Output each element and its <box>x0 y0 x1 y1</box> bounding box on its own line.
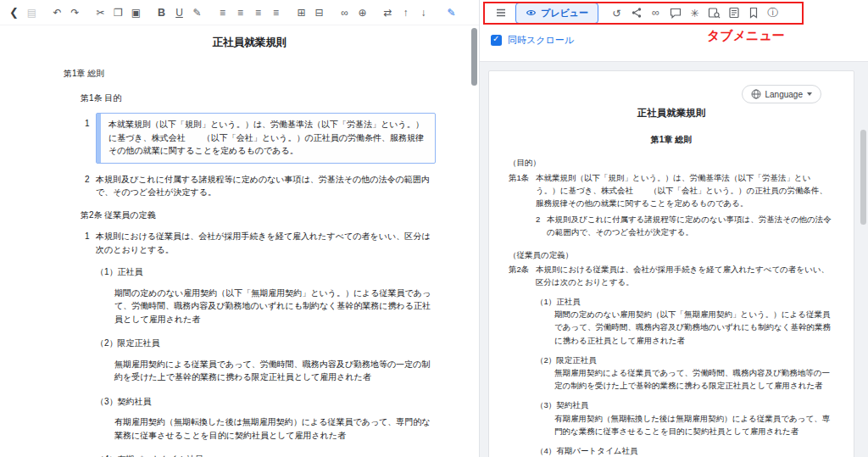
definition-item[interactable]: （1）正社員 期間の定めのない雇用契約（以下「無期雇用契約」という。）による従業… <box>64 265 436 326</box>
item-body: 有期雇用契約（無期転換した後は無期雇用契約）による従業員であって、専門的な業務に… <box>114 415 436 442</box>
history-icon[interactable]: ↺ <box>607 2 626 24</box>
align-center-icon[interactable]: ≡ <box>231 2 249 24</box>
table-icon[interactable]: ⊞ <box>292 2 310 24</box>
move-up-icon[interactable]: ↑ <box>397 2 415 24</box>
save-icon[interactable]: ▤ <box>23 2 41 24</box>
document-title: 正社員就業規則 <box>64 35 436 51</box>
align-right-icon[interactable]: ≡ <box>249 2 267 24</box>
sync-scroll-row: 同時スクロール <box>480 25 868 54</box>
sync-scroll-checkbox[interactable] <box>491 35 502 46</box>
form-icon[interactable] <box>724 2 743 24</box>
underline-icon[interactable]: U <box>170 2 188 24</box>
preview-area: Language 正社員就業規則 第1章 総則 （目的） 第1条 本就業規則（以… <box>480 61 868 457</box>
back-icon[interactable]: ❮ <box>5 2 23 24</box>
edit-pen-icon[interactable]: ✎ <box>442 2 460 24</box>
paragraph-text: 本規則及びこれに付属する諸規程等に定めのない事項は、労基法その他の法令の範囲内で… <box>547 213 834 238</box>
item-label: （2）限定正社員 <box>96 337 436 350</box>
link-icon[interactable]: ∞ <box>646 2 665 24</box>
preview-button[interactable]: プレビュー <box>515 3 598 24</box>
preview-definition-item: （2）限定正社員 無期雇用契約による従業員であって、労働時間、職務内容及び勤務地… <box>536 354 834 393</box>
item-body: 期間の定めのない雇用契約（以下「無期雇用契約」という。）による従業員であって、労… <box>554 308 834 347</box>
paragraph[interactable]: 2 本規則及びこれに付属する諸規程等に定めのない事項は、労基法その他の法令の範囲… <box>85 173 436 199</box>
paragraph-number: 1 <box>85 230 96 256</box>
globe-icon <box>751 89 761 99</box>
asterisk-icon[interactable]: ✳ <box>685 2 704 24</box>
purpose-heading: （目的） <box>509 156 834 169</box>
item-body: 期間の定めのない雇用契約（以下「無期雇用契約」という。）による従業員であって、労… <box>114 287 436 326</box>
redo-icon[interactable]: ↷ <box>66 2 84 24</box>
bookmark-icon[interactable] <box>743 2 763 24</box>
chapter-heading: 第1章 総則 <box>64 67 436 81</box>
scrollbar-thumb[interactable] <box>860 130 866 225</box>
article-label: 第2条 <box>509 263 536 288</box>
language-button-label: Language <box>765 90 804 99</box>
info-icon[interactable]: ⓘ <box>763 2 782 24</box>
sync-scroll-label: 同時スクロール <box>508 34 574 47</box>
copy-icon[interactable]: ❐ <box>109 2 127 24</box>
preview-chapter: 第1章 総則 <box>509 133 834 147</box>
item-label: （4）有期パートタイム社員 <box>96 453 436 457</box>
article2-heading: 第2条 従業員の定義 <box>81 209 436 222</box>
document-search-icon[interactable] <box>704 2 724 24</box>
selection-box: 本就業規則（以下「規則」という。）は、労働基準法（以下「労基法」という。）に基づ… <box>96 113 436 164</box>
insert-field-icon[interactable]: ⊕ <box>353 2 371 24</box>
editor-pane: ❮ ▤ ↶ ↷ ✂ ❐ ▣ B U ✎ ≡ ≡ ≡ ≡ ⊞ ⊟ ∞ ⊕ ⇄ ↑ … <box>0 0 480 457</box>
preview-title: 正社員就業規則 <box>509 105 834 120</box>
highlighter-icon[interactable]: ✎ <box>188 2 206 24</box>
cut-icon[interactable]: ✂ <box>92 2 109 24</box>
definition-item[interactable]: （4）有期パートタイム社員 有期雇用契約による従業員であって、通常の正社員に比べ… <box>64 453 436 457</box>
item-label: （3）契約社員 <box>536 398 834 411</box>
item-body: 無期雇用契約による従業員であって、労働時間、職務内容及び勤務地等の一定の制約を受… <box>114 358 436 384</box>
article1-heading: 第1条 目的 <box>81 92 436 105</box>
editor-document[interactable]: 正社員就業規則 第1章 総則 第1条 目的 1 本就業規則（以下「規則」という。… <box>0 26 470 457</box>
table-settings-icon[interactable]: ⊟ <box>310 2 328 24</box>
article-label: 第1条 <box>509 171 536 210</box>
bold-icon[interactable]: B <box>153 2 170 24</box>
editor-toolbar: ❮ ▤ ↶ ↷ ✂ ❐ ▣ B U ✎ ≡ ≡ ≡ ≡ ⊞ ⊟ ∞ ⊕ ⇄ ↑ … <box>0 0 479 25</box>
paragraph-number: 2 <box>85 173 96 199</box>
align-left-icon[interactable]: ≡ <box>214 2 231 24</box>
language-button[interactable]: Language <box>742 85 822 103</box>
preview-pane: タブメニュー プレビュー ↺ ∞ ✳ <box>480 0 868 457</box>
menu-icon[interactable] <box>491 2 510 24</box>
preview-document: Language 正社員就業規則 第1章 総則 （目的） 第1条 本就業規則（以… <box>488 70 854 457</box>
item-label: （4）有期パートタイム社員 <box>536 444 834 457</box>
paragraph-text: 本規則における従業員は、会社が採用手続きを経て雇入れたすべての者をいい、区分は次… <box>536 263 834 288</box>
paragraph[interactable]: 1 本規則における従業員は、会社が採用手続きを経て雇入れたすべての者をいい、区分… <box>85 230 436 256</box>
justify-icon[interactable]: ≡ <box>267 2 285 24</box>
link-icon[interactable]: ∞ <box>336 2 353 24</box>
undo-icon[interactable]: ↶ <box>48 2 66 24</box>
paste-icon[interactable]: ▣ <box>127 2 145 24</box>
selected-paragraph[interactable]: 1 本就業規則（以下「規則」という。）は、労働基準法（以下「労基法」という。）に… <box>85 113 436 164</box>
preview-toolbar: プレビュー ↺ ∞ ✳ ⓘ <box>480 0 868 25</box>
preview-scrollbar[interactable] <box>860 126 867 457</box>
definition-item[interactable]: （3）契約社員 有期雇用契約（無期転換した後は無期雇用契約）による従業員であって… <box>64 395 436 443</box>
preview-definition-item: （3）契約社員 有期雇用契約（無期転換した後は無期雇用契約）による従業員であって… <box>536 398 834 437</box>
item-label: （1）正社員 <box>536 295 834 308</box>
preview-paragraph: 2 本規則及びこれに付属する諸規程等に定めのない事項は、労基法その他の法令の範囲… <box>536 213 834 238</box>
definition-heading: （従業員の定義） <box>509 248 834 261</box>
comment-icon[interactable] <box>665 2 685 24</box>
paragraph-number: 1 <box>85 113 96 164</box>
swap-icon[interactable]: ⇄ <box>379 2 397 24</box>
app-window: ❮ ▤ ↶ ↷ ✂ ❐ ▣ B U ✎ ≡ ≡ ≡ ≡ ⊞ ⊟ ∞ ⊕ ⇄ ↑ … <box>0 0 868 457</box>
scrollbar-thumb[interactable] <box>471 28 477 86</box>
item-label: （2）限定正社員 <box>536 354 834 366</box>
editor-scrollbar[interactable] <box>470 26 479 457</box>
item-label: （1）正社員 <box>96 265 436 279</box>
preview-eye-icon <box>526 8 537 18</box>
item-body: 無期雇用契約による従業員であって、労働時間、職務内容及び勤務地等の一定の制約を受… <box>554 366 834 392</box>
paragraph-text: 本規則及びこれに付属する諸規程等に定めのない事項は、労基法その他の法令の範囲内で… <box>96 173 436 199</box>
move-down-icon[interactable]: ↓ <box>415 2 432 24</box>
preview-definition-item: （1）正社員 期間の定めのない雇用契約（以下「無期雇用契約」という。）による従業… <box>536 295 834 347</box>
preview-paragraph: 第2条 本規則における従業員は、会社が採用手続きを経て雇入れたすべての者をいい、… <box>509 263 834 288</box>
paragraph-text: 本規則における従業員は、会社が採用手続きを経て雇入れたすべての者をいい、区分は次… <box>96 230 436 256</box>
definition-item[interactable]: （2）限定正社員 無期雇用契約による従業員であって、労働時間、職務内容及び勤務地… <box>64 337 436 384</box>
chevron-down-icon <box>807 92 812 96</box>
share-icon[interactable] <box>626 2 646 24</box>
preview-button-label: プレビュー <box>541 7 588 20</box>
paragraph-number: 2 <box>536 213 547 238</box>
annotation-label: タブメニュー <box>707 28 785 44</box>
item-label: （3）契約社員 <box>96 395 436 409</box>
paragraph-text: 本就業規則（以下「規則」という。）は、労働基準法（以下「労基法」という。）に基づ… <box>101 114 435 163</box>
